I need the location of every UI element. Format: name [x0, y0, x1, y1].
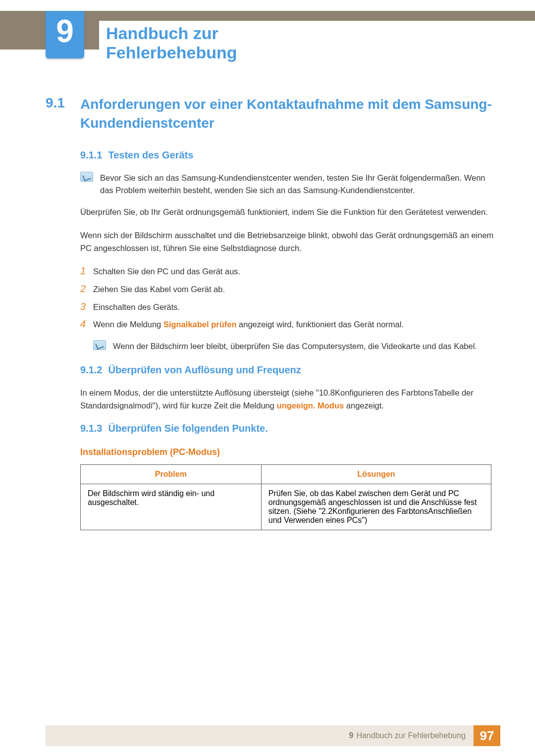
p-emphasis: ungeeign. Modus [277, 401, 344, 410]
step4-emphasis: Signalkabel prüfen [163, 320, 237, 329]
step-text: Ziehen Sie das Kabel vom Gerät ab. [93, 283, 225, 296]
subsection-911-heading: 9.1.1Testen des Geräts [80, 150, 500, 161]
page-content: 9.1 Anforderungen vor einer Kontaktaufna… [46, 95, 500, 530]
page-footer: 9 Handbuch zur Fehlerbehebung 97 [46, 725, 500, 746]
step-text: Schalten Sie den PC und das Gerät aus. [93, 265, 240, 278]
note-block: Bevor Sie sich an das Samsung-Kundendien… [80, 172, 500, 197]
step-number: 4 [80, 318, 93, 330]
paragraph: Wenn sich der Bildschirm ausschaltet und… [80, 229, 500, 254]
subsection-912-heading: 9.1.2Überprüfen von Auflösung und Freque… [80, 364, 500, 376]
step-item: 3 Einschalten des Geräts. [80, 301, 500, 314]
chapter-title: Handbuch zur Fehlerbehebung [99, 21, 535, 65]
solution-cell: Prüfen Sie, ob das Kabel zwischen dem Ge… [261, 484, 491, 530]
problem-solution-table: Problem Lösungen Der Bildschirm wird stä… [80, 464, 491, 530]
p-suffix: angezeigt. [344, 401, 384, 410]
subsection-number: 9.1.3 [80, 423, 102, 434]
table-header-problem: Problem [81, 465, 262, 484]
paragraph: Überprüfen Sie, ob Ihr Gerät ordnungsgem… [80, 206, 500, 219]
ordered-steps: 1 Schalten Sie den PC und das Gerät aus.… [80, 265, 500, 331]
subsection-number: 9.1.2 [80, 364, 102, 375]
section-heading: 9.1 Anforderungen vor einer Kontaktaufna… [46, 95, 500, 133]
chapter-number-badge: 9 [46, 11, 84, 58]
step-text: Wenn die Meldung Signalkabel prüfen ange… [93, 318, 404, 331]
step-item: 1 Schalten Sie den PC und das Gerät aus. [80, 265, 500, 278]
paragraph: In einem Modus, der die unterstützte Auf… [80, 387, 500, 412]
page-number: 97 [474, 725, 500, 746]
subsection-title: Überprüfen von Auflösung und Frequenz [108, 364, 301, 375]
table-row: Der Bildschirm wird ständig ein- und aus… [81, 484, 491, 530]
note-icon [93, 340, 106, 350]
nested-note-block: Wenn der Bildschirm leer bleibt, überprü… [93, 340, 500, 353]
step-number: 1 [80, 265, 93, 277]
subsection-title: Testen des Geräts [108, 150, 193, 160]
table-subhead: Installationsproblem (PC-Modus) [80, 447, 500, 457]
footer-label-bar: 9 Handbuch zur Fehlerbehebung [46, 725, 474, 746]
section-number: 9.1 [46, 95, 80, 133]
step-text: Einschalten des Geräts. [93, 301, 180, 314]
step4-prefix: Wenn die Meldung [93, 320, 163, 329]
footer-chapter-number: 9 [349, 731, 353, 740]
footer-chapter-label: Handbuch zur Fehlerbehebung [356, 731, 466, 740]
note-text: Bevor Sie sich an das Samsung-Kundendien… [100, 172, 500, 197]
problem-cell: Der Bildschirm wird ständig ein- und aus… [81, 484, 262, 530]
note-icon [80, 172, 93, 182]
step-item: 4 Wenn die Meldung Signalkabel prüfen an… [80, 318, 500, 331]
subsection-913-heading: 9.1.3Überprüfen Sie folgenden Punkte. [80, 423, 500, 434]
step-item: 2 Ziehen Sie das Kabel vom Gerät ab. [80, 283, 500, 296]
note-text: Wenn der Bildschirm leer bleibt, überprü… [113, 340, 477, 353]
step-number: 2 [80, 283, 93, 295]
table-header-solution: Lösungen [261, 465, 491, 484]
subsection-title: Überprüfen Sie folgenden Punkte. [108, 423, 268, 434]
section-title: Anforderungen vor einer Kontaktaufnahme … [80, 95, 500, 133]
subsection-number: 9.1.1 [80, 150, 102, 160]
step4-suffix: angezeigt wird, funktioniert das Gerät n… [237, 320, 404, 329]
step-number: 3 [80, 301, 93, 312]
